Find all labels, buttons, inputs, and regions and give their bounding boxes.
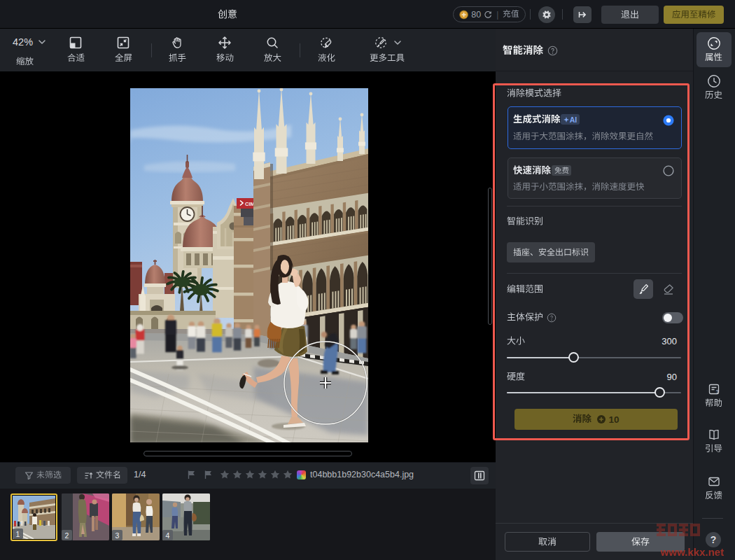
svg-text:www.kkx.net: www.kkx.net [660, 546, 724, 558]
svg-text:?: ? [716, 388, 720, 395]
svg-text:CIM: CIM [245, 201, 255, 207]
